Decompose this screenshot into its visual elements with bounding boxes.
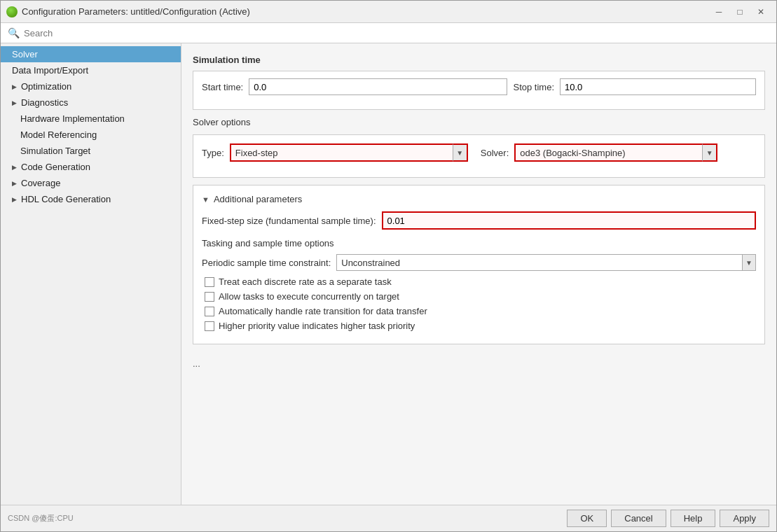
sidebar-item-code-generation[interactable]: Code Generation xyxy=(1,159,181,175)
checkbox-label-1: Allow tasks to execute concurrently on t… xyxy=(219,291,399,302)
start-time-input[interactable] xyxy=(249,78,507,95)
search-input[interactable] xyxy=(24,28,769,38)
title-bar: Configuration Parameters: untitled/Confi… xyxy=(1,1,776,23)
sidebar-label-optimization: Optimization xyxy=(21,81,71,92)
periodic-row: Periodic sample time constraint: Unconst… xyxy=(202,254,756,271)
apply-button[interactable]: Apply xyxy=(720,510,769,527)
type-dropdown[interactable]: Fixed-step xyxy=(230,144,468,162)
main-window: Configuration Parameters: untitled/Confi… xyxy=(0,0,777,532)
checkbox-0[interactable] xyxy=(205,277,214,287)
help-button[interactable]: Help xyxy=(671,510,716,527)
maximize-button[interactable]: □ xyxy=(730,4,750,20)
solver-dropdown[interactable]: ode3 (Bogacki-Shampine) xyxy=(514,144,717,162)
bottom-bar: CSDN @傻蛋:CPU OK Cancel Help Apply xyxy=(1,505,776,531)
solver-dropdown-wrapper: ode3 (Bogacki-Shampine) ▼ xyxy=(514,144,717,162)
sidebar-label-hdl: HDL Code Generation xyxy=(21,194,111,204)
sidebar-item-data-import-export[interactable]: Data Import/Export xyxy=(1,62,181,78)
type-label: Type: xyxy=(202,148,224,158)
checkbox-row-1: Allow tasks to execute concurrently on t… xyxy=(202,291,756,302)
ellipsis-text: ... xyxy=(193,358,200,369)
bottom-buttons: OK Cancel Help Apply xyxy=(567,510,769,527)
type-dropdown-wrapper: Fixed-step ▼ xyxy=(230,144,468,162)
minimize-button[interactable]: ─ xyxy=(709,4,729,20)
watermark: CSDN @傻蛋:CPU xyxy=(8,513,76,524)
solver-label: Solver: xyxy=(481,148,509,158)
main-content: Solver Data Import/Export Optimization D… xyxy=(1,43,776,505)
sidebar-label-hardware: Hardware Implementation xyxy=(20,113,125,124)
search-icon: 🔍 xyxy=(8,27,20,38)
periodic-dropdown-arrow[interactable]: ▼ xyxy=(742,254,756,271)
simulation-time-title: Simulation time xyxy=(193,55,765,65)
sidebar-item-hdl-code-generation[interactable]: HDL Code Generation xyxy=(1,191,181,207)
sidebar-label-code-gen: Code Generation xyxy=(21,162,90,172)
stop-time-input[interactable] xyxy=(560,78,756,95)
sidebar-label-sim-target: Simulation Target xyxy=(20,146,90,156)
checkbox-2[interactable] xyxy=(205,307,214,316)
cancel-button[interactable]: Cancel xyxy=(611,510,666,527)
stop-time-label: Stop time: xyxy=(513,82,554,92)
sidebar: Solver Data Import/Export Optimization D… xyxy=(1,43,181,505)
solver-type-row: Type: Fixed-step ▼ Solver: ode3 (Bogacki… xyxy=(202,144,756,162)
sidebar-label-model-ref: Model Referencing xyxy=(20,130,97,140)
checkbox-row-0: Treat each discrete rate as a separate t… xyxy=(202,276,756,287)
tasking-section: Tasking and sample time options Periodic… xyxy=(202,238,756,331)
periodic-dropdown-wrapper: Unconstrained ▼ xyxy=(336,254,756,271)
right-panel: Simulation time Start time: Stop time: S… xyxy=(181,43,776,505)
sidebar-label-coverage: Coverage xyxy=(21,178,60,188)
sidebar-item-simulation-target[interactable]: Simulation Target xyxy=(1,143,181,159)
sidebar-label-diagnostics: Diagnostics xyxy=(21,97,68,108)
additional-params-label: Additional parameters xyxy=(214,194,302,204)
sidebar-item-hardware-implementation[interactable]: Hardware Implementation xyxy=(1,111,181,127)
title-controls: ─ □ ✕ xyxy=(709,4,771,20)
sidebar-label-data-import: Data Import/Export xyxy=(12,65,88,76)
checkbox-row-3: Higher priority value indicates higher t… xyxy=(202,321,756,331)
checkbox-label-0: Treat each discrete rate as a separate t… xyxy=(219,276,392,287)
fixed-step-input[interactable] xyxy=(382,211,756,230)
ellipsis-row: ... xyxy=(193,351,765,376)
solver-options-title: Solver options xyxy=(193,117,765,127)
title-bar-left: Configuration Parameters: untitled/Confi… xyxy=(6,6,250,18)
checkbox-row-2: Automatically handle rate transition for… xyxy=(202,306,756,316)
app-icon xyxy=(6,6,18,18)
search-bar: 🔍 xyxy=(1,23,776,43)
checkbox-1[interactable] xyxy=(205,292,214,302)
additional-params-title[interactable]: ▼ Additional parameters xyxy=(202,194,756,204)
checkbox-label-3: Higher priority value indicates higher t… xyxy=(219,321,415,331)
sidebar-label-solver: Solver xyxy=(12,49,38,59)
sidebar-item-optimization[interactable]: Optimization xyxy=(1,78,181,94)
periodic-dropdown[interactable]: Unconstrained xyxy=(336,254,756,271)
solver-dropdown-arrow[interactable]: ▼ xyxy=(702,144,717,162)
time-row: Start time: Stop time: xyxy=(202,78,756,95)
window-title: Configuration Parameters: untitled/Confi… xyxy=(22,6,250,17)
sidebar-item-solver[interactable]: Solver xyxy=(1,46,181,62)
start-time-label: Start time: xyxy=(202,82,243,92)
fixed-step-row: Fixed-step size (fundamental sample time… xyxy=(202,211,756,230)
sidebar-item-coverage[interactable]: Coverage xyxy=(1,175,181,191)
additional-params-box: ▼ Additional parameters Fixed-step size … xyxy=(193,185,765,344)
fixed-step-label: Fixed-step size (fundamental sample time… xyxy=(202,216,376,226)
collapse-arrow-icon: ▼ xyxy=(202,195,209,204)
checkbox-3[interactable] xyxy=(205,321,214,331)
ok-button[interactable]: OK xyxy=(567,510,607,527)
checkbox-label-2: Automatically handle rate transition for… xyxy=(219,306,427,316)
simulation-time-box: Start time: Stop time: xyxy=(193,71,765,110)
type-dropdown-arrow[interactable]: ▼ xyxy=(453,144,468,162)
sidebar-item-model-referencing[interactable]: Model Referencing xyxy=(1,127,181,143)
close-button[interactable]: ✕ xyxy=(751,4,771,20)
solver-options-box: Type: Fixed-step ▼ Solver: ode3 (Bogacki… xyxy=(193,134,765,178)
tasking-title: Tasking and sample time options xyxy=(202,238,756,248)
periodic-label: Periodic sample time constraint: xyxy=(202,258,331,268)
sidebar-item-diagnostics[interactable]: Diagnostics xyxy=(1,94,181,111)
